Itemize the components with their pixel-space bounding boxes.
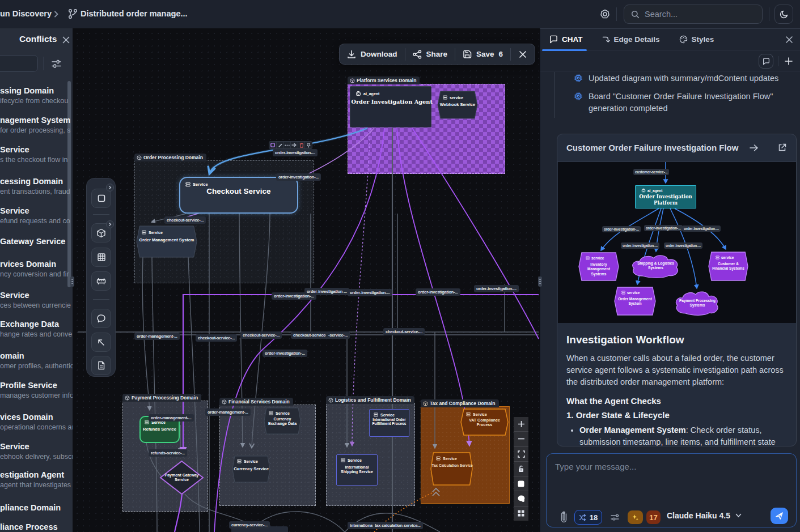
settings-gear-icon[interactable] — [600, 9, 610, 19]
edge-chip[interactable]: order-investigation-... — [474, 285, 519, 292]
node-webhook-service[interactable]: service Webhook Service — [438, 91, 477, 118]
conflict-list-item[interactable]: pliance Domain — [0, 503, 67, 512]
ai-sparkles-badge[interactable] — [628, 510, 643, 524]
doc-dropdown-chevron-icon[interactable] — [172, 11, 179, 17]
message-input[interactable]: Type your message... 18 17 Cla — [546, 453, 797, 527]
panel-close-icon[interactable] — [785, 36, 793, 44]
mini-node-shipping-logistics[interactable]: Shipping & Logistics Systems — [630, 254, 681, 278]
zoom-fit-button[interactable] — [514, 447, 528, 462]
sidebar-close-icon[interactable] — [62, 36, 70, 44]
domain-label-logistics-fulfillment[interactable]: Logistics and Fulfillment Domain — [326, 396, 414, 404]
edge-chip[interactable]: order-management-... — [205, 408, 251, 416]
edge-chip[interactable]: order-investigation-... — [348, 289, 392, 296]
conflict-list-item[interactable]: cessing Domainent transactions, fraud — [0, 177, 67, 195]
edge-delete-button[interactable] — [298, 142, 306, 148]
edge-direction-button[interactable] — [291, 142, 298, 148]
conflict-list-item[interactable]: rvices Domainncy conversion and fir — [0, 259, 67, 278]
conflict-list-item[interactable]: omainomer profiles, authentica — [0, 351, 67, 370]
edge-more-button[interactable] — [283, 142, 291, 148]
mini-node-inventory-management[interactable]: service Inventory Management Systems — [579, 253, 619, 280]
edge-chip[interactable]: order-investigation-... — [416, 288, 460, 296]
search-input[interactable]: Search... — [624, 5, 763, 24]
model-selector[interactable]: Claude Haiku 4.5 — [667, 511, 742, 520]
edge-chip[interactable]: checkout-service-... — [196, 334, 237, 342]
sidebar-scrollbar[interactable] — [67, 81, 71, 287]
conflict-list-item[interactable]: nagement Systemfor order processing, s — [0, 116, 67, 134]
warning-count-badge[interactable]: 17 — [646, 510, 661, 524]
node-international-shipping[interactable]: Service International Shipping Service — [336, 454, 378, 486]
apps-grid-button[interactable] — [514, 507, 528, 521]
filter-sliders-icon[interactable] — [51, 59, 62, 69]
shape-fill-button[interactable] — [514, 476, 528, 491]
edge-chip[interactable]: order-investigation-... — [263, 350, 307, 357]
node-payment-gateway-service[interactable]: Payment Gateway Service — [160, 461, 203, 494]
domain-label-financial-services[interactable]: Financial Services Domain — [219, 398, 293, 406]
select-tool-button[interactable] — [91, 333, 111, 352]
edge-chip[interactable]: order-management-... — [149, 414, 194, 422]
conflict-list-item[interactable]: Services the checkout flow in — [0, 145, 67, 164]
breadcrumb-project[interactable]: un Discovery — [0, 9, 52, 18]
mini-node-payment-processing[interactable]: Payment Processing Systems — [674, 290, 721, 315]
document-tool-button[interactable] — [91, 356, 111, 375]
external-link-icon[interactable] — [778, 143, 786, 152]
conflict-list-item[interactable]: vices Domainoperational concerns an — [0, 412, 67, 431]
edge-chip[interactable]: refunds-service-... — [149, 449, 187, 457]
node-checkout-service[interactable]: Service Checkout Service — [179, 177, 298, 214]
tab-chat[interactable]: CHAT — [549, 35, 583, 44]
frame-tool-button[interactable] — [91, 189, 111, 208]
edge-chip[interactable]: currency-service-... — [229, 521, 270, 529]
download-button[interactable]: Download — [340, 50, 405, 59]
share-button[interactable]: Share — [405, 50, 455, 59]
expand-shapes-button[interactable] — [106, 184, 114, 191]
panel-resize-handle[interactable] — [538, 276, 542, 287]
edge-pin-button[interactable] — [305, 142, 312, 148]
open-board-arrow-icon[interactable] — [750, 144, 759, 152]
canvas-toolbar-close-button[interactable] — [511, 50, 535, 58]
zoom-in-button[interactable] — [514, 417, 528, 432]
edge-edit-button[interactable] — [277, 142, 284, 148]
conflict-list-item[interactable]: ssing Domainifecycle from checkou — [0, 86, 67, 105]
mini-node-order-investigation-platform[interactable]: ai_agent Order Investigation Platform — [635, 185, 696, 208]
node-currency-exchange-data[interactable]: Service Currency Exchange Data — [264, 408, 300, 434]
tab-edge-details[interactable]: Edge Details — [602, 35, 660, 44]
zoom-out-button[interactable] — [514, 432, 528, 446]
tokens-badge[interactable]: 18 — [574, 510, 602, 525]
node-order-investigation-agent[interactable]: ai_agent Order Investigation Agent — [350, 86, 431, 127]
save-button[interactable]: Save 6 — [455, 50, 510, 59]
conflict-list-item[interactable]: Serviceefund requests and co — [0, 206, 67, 225]
chat-threads-button[interactable] — [759, 54, 773, 69]
conflict-list-item[interactable]: Profile Servicemanages customer infor — [0, 381, 67, 399]
ruler-tool-button[interactable] — [91, 271, 111, 291]
conflict-list-item[interactable]: Serviceces between currencie — [0, 291, 67, 309]
comment-mode-button[interactable] — [514, 491, 528, 506]
node-currency-service[interactable]: Service Currency Service — [232, 456, 270, 482]
edge-chip[interactable]: tax-calculation-service... — [373, 522, 423, 529]
new-chat-plus-icon[interactable] — [785, 57, 793, 65]
settings-sliders-icon[interactable] — [611, 513, 619, 521]
diagram-canvas[interactable]: Platform Services Domain Order Processin… — [73, 28, 540, 532]
lock-button[interactable] — [514, 462, 528, 476]
edge-color-button[interactable] — [269, 142, 277, 148]
edge-chip[interactable]: checkout-service-... — [164, 216, 206, 224]
domain-label-platform-services[interactable]: Platform Services Domain — [348, 76, 420, 84]
board-preview-diagram[interactable]: ai_agent Order Investigation Platform se… — [558, 162, 797, 323]
node-order-management-system[interactable]: Service Order Management System — [137, 226, 197, 257]
send-button[interactable] — [771, 508, 788, 524]
grid-tool-button[interactable] — [91, 248, 111, 267]
edge-chip[interactable]: checkout-service-... — [240, 331, 282, 339]
domain-label-order-processing[interactable]: Order Processing Domain — [134, 154, 206, 161]
edge-chip[interactable]: order-investigation-... — [276, 173, 321, 181]
expand-cube-button[interactable] — [106, 220, 114, 228]
node-vat-compliance[interactable]: Service VAT Compliance Process — [461, 409, 508, 435]
node-tax-calculation[interactable]: Service Tax Calculation Service — [431, 453, 472, 485]
edge-chip[interactable]: -service-... — [326, 331, 350, 339]
mini-node-order-management[interactable]: service Order Management System — [615, 287, 655, 315]
conflict-list-item[interactable]: estigation Agentagent that investigates — [0, 470, 67, 489]
sidebar-search-input[interactable] — [0, 55, 38, 72]
node-international-order-fulfillment[interactable]: Service International Order Fulfillment … — [369, 409, 409, 437]
conflict-list-item[interactable]: Exchange Datahange rates and conve — [0, 320, 67, 338]
sidebar-resize-handle[interactable] — [70, 276, 74, 287]
conflict-list-item[interactable]: Gateway Service — [0, 237, 67, 246]
edge-chip[interactable]: order-investigation-... — [304, 288, 349, 295]
comment-tool-button[interactable] — [91, 309, 111, 328]
